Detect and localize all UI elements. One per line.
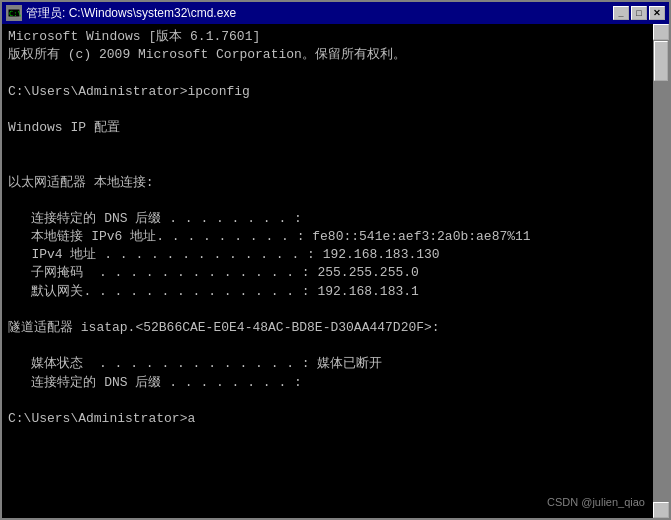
scroll-thumb[interactable]	[654, 41, 668, 81]
console-line: 连接特定的 DNS 后缀 . . . . . . . . :	[8, 374, 645, 392]
console-line	[8, 155, 645, 173]
console-line: 连接特定的 DNS 后缀 . . . . . . . . :	[8, 210, 645, 228]
watermark: CSDN @julien_qiao	[547, 495, 645, 510]
console-line: C:\Users\Administrator>a	[8, 410, 645, 428]
console-line: 媒体状态 . . . . . . . . . . . . . : 媒体已断开	[8, 355, 645, 373]
maximize-button[interactable]: □	[631, 6, 647, 20]
console-line: 默认网关. . . . . . . . . . . . . . : 192.16…	[8, 283, 645, 301]
console-line	[8, 337, 645, 355]
console-line: Windows IP 配置	[8, 119, 645, 137]
svg-text:C:\: C:\	[9, 10, 21, 18]
console-line: 以太网适配器 本地连接:	[8, 174, 645, 192]
console-line	[8, 192, 645, 210]
scroll-up-button[interactable]: ▲	[653, 24, 669, 40]
console-line	[8, 392, 645, 410]
console-area[interactable]: Microsoft Windows [版本 6.1.7601]版权所有 (c) …	[2, 24, 669, 518]
scrollbar[interactable]: ▲ ▼	[653, 24, 669, 518]
close-button[interactable]: ✕	[649, 6, 665, 20]
console-line: 本地链接 IPv6 地址. . . . . . . . . : fe80::54…	[8, 228, 645, 246]
console-line: 版权所有 (c) 2009 Microsoft Corporation。保留所有…	[8, 46, 645, 64]
console-content: Microsoft Windows [版本 6.1.7601]版权所有 (c) …	[8, 28, 663, 428]
title-bar: C:\ 管理员: C:\Windows\system32\cmd.exe _ □…	[2, 2, 669, 24]
console-line	[8, 301, 645, 319]
cmd-icon: C:\	[6, 5, 22, 21]
console-line: Microsoft Windows [版本 6.1.7601]	[8, 28, 645, 46]
console-line: IPv4 地址 . . . . . . . . . . . . . : 192.…	[8, 246, 645, 264]
minimize-button[interactable]: _	[613, 6, 629, 20]
scroll-down-button[interactable]: ▼	[653, 502, 669, 518]
console-line	[8, 101, 645, 119]
console-line	[8, 137, 645, 155]
console-line: 隧道适配器 isatap.<52B66CAE-E0E4-48AC-BD8E-D3…	[8, 319, 645, 337]
console-line: C:\Users\Administrator>ipconfig	[8, 83, 645, 101]
console-line: 子网掩码 . . . . . . . . . . . . . : 255.255…	[8, 264, 645, 282]
window-title: 管理员: C:\Windows\system32\cmd.exe	[26, 5, 236, 22]
scroll-track[interactable]	[653, 40, 669, 502]
title-buttons: _ □ ✕	[613, 6, 665, 20]
console-line	[8, 64, 645, 82]
cmd-window: C:\ 管理员: C:\Windows\system32\cmd.exe _ □…	[0, 0, 671, 520]
title-bar-left: C:\ 管理员: C:\Windows\system32\cmd.exe	[6, 5, 236, 22]
